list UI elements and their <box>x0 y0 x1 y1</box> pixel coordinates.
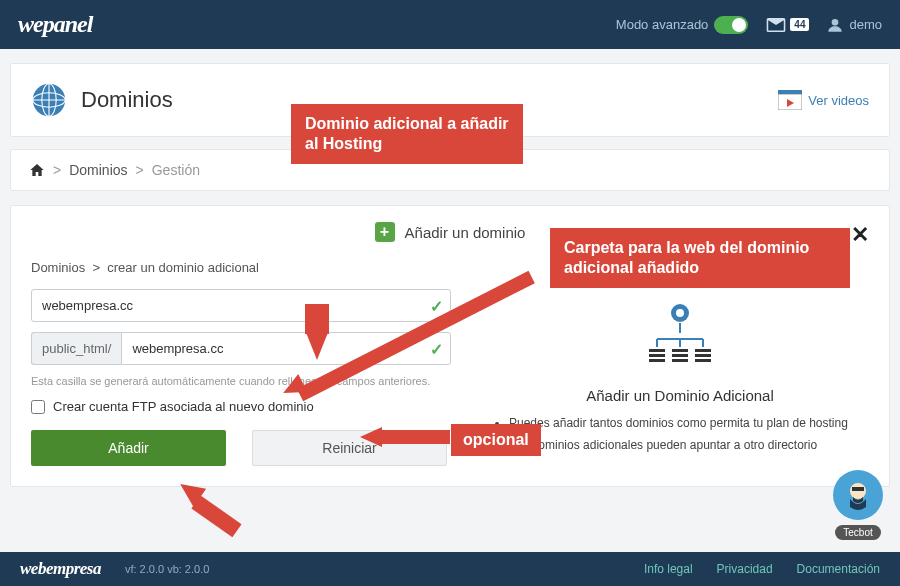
videos-link-label: Ver videos <box>808 93 869 108</box>
breadcrumb-l1[interactable]: Dominios <box>69 162 127 178</box>
gear-cluster-icon <box>635 299 725 369</box>
svg-rect-7 <box>778 90 802 94</box>
advanced-mode-label: Modo avanzado <box>616 17 709 32</box>
arrow-icon <box>305 330 329 360</box>
arrow-head-icon <box>360 427 382 447</box>
inner-crumb-l1[interactable]: Dominios <box>31 260 85 275</box>
globe-icon <box>31 82 67 118</box>
inner-crumb-l2: crear un dominio adicional <box>107 260 259 275</box>
breadcrumb-l2: Gestión <box>152 162 200 178</box>
svg-rect-16 <box>649 349 665 352</box>
topbar: wepanel Modo avanzado 44 demo <box>0 0 900 49</box>
user-icon <box>827 17 843 33</box>
svg-rect-26 <box>852 487 864 491</box>
videos-link[interactable]: Ver videos <box>778 90 869 110</box>
domain-field: ✓ <box>31 289 451 322</box>
svg-rect-21 <box>672 359 688 362</box>
tecbot-avatar-icon <box>833 470 883 520</box>
svg-rect-18 <box>649 359 665 362</box>
ftp-checkbox-label: Crear cuenta FTP asociada al nuevo domin… <box>53 399 314 414</box>
footer-logo: webempresa <box>20 559 101 579</box>
info-title: Añadir un Dominio Adicional <box>491 387 869 404</box>
plus-icon: + <box>375 222 395 242</box>
callout-folder: Carpeta para la web del dominio adiciona… <box>550 228 850 288</box>
info-bullet: Puedes añadir tantos dominios como permi… <box>509 414 869 432</box>
check-icon: ✓ <box>430 296 443 315</box>
path-help-text: Esta casilla se generará automáticamente… <box>31 375 451 387</box>
page-title: Dominios <box>81 87 173 113</box>
svg-point-10 <box>676 309 684 317</box>
home-icon[interactable] <box>29 162 45 178</box>
breadcrumb-sep: > <box>136 162 144 178</box>
mail-badge: 44 <box>790 18 809 31</box>
add-button[interactable]: Añadir <box>31 430 226 466</box>
ftp-checkbox-row[interactable]: Crear cuenta FTP asociada al nuevo domin… <box>31 399 451 414</box>
callout-domain: Dominio adicional a añadir al Hosting <box>291 104 523 164</box>
footer: webempresa vf: 2.0.0 vb: 2.0.0 Info lega… <box>0 552 900 586</box>
envelope-icon <box>766 18 786 32</box>
svg-rect-22 <box>695 349 711 352</box>
domain-input[interactable] <box>31 289 451 322</box>
tecbot-widget[interactable]: Tecbot <box>830 470 886 540</box>
footer-link-privacy[interactable]: Privacidad <box>717 562 773 576</box>
info-list: Puedes añadir tantos dominios como permi… <box>491 414 869 454</box>
callout-optional: opcional <box>451 424 541 456</box>
video-icon <box>778 90 802 110</box>
user-menu[interactable]: demo <box>827 17 882 33</box>
svg-rect-20 <box>672 354 688 357</box>
svg-rect-23 <box>695 354 711 357</box>
app-logo: wepanel <box>18 11 92 38</box>
svg-point-0 <box>832 19 839 26</box>
user-name: demo <box>849 17 882 32</box>
close-icon[interactable]: ✕ <box>851 222 869 248</box>
panel-head-label: Añadir un dominio <box>405 224 526 241</box>
svg-rect-19 <box>672 349 688 352</box>
svg-rect-24 <box>695 359 711 362</box>
breadcrumb-sep: > <box>53 162 61 178</box>
info-column: Añadir un Dominio Adicional Puedes añadi… <box>491 289 869 466</box>
path-prefix: public_html/ <box>31 332 121 365</box>
arrow-icon <box>378 430 450 444</box>
footer-link-legal[interactable]: Info legal <box>644 562 693 576</box>
footer-link-docs[interactable]: Documentación <box>797 562 880 576</box>
arrow-icon <box>191 495 241 537</box>
footer-version: vf: 2.0.0 vb: 2.0.0 <box>125 563 209 575</box>
check-icon: ✓ <box>430 339 443 358</box>
info-bullet: Los dominios adicionales pueden apuntar … <box>509 436 869 454</box>
tecbot-label: Tecbot <box>835 525 880 540</box>
toggle-icon <box>714 16 748 34</box>
advanced-mode-toggle[interactable]: Modo avanzado <box>616 16 749 34</box>
ftp-checkbox[interactable] <box>31 400 45 414</box>
svg-rect-17 <box>649 354 665 357</box>
mail-button[interactable]: 44 <box>766 18 809 32</box>
